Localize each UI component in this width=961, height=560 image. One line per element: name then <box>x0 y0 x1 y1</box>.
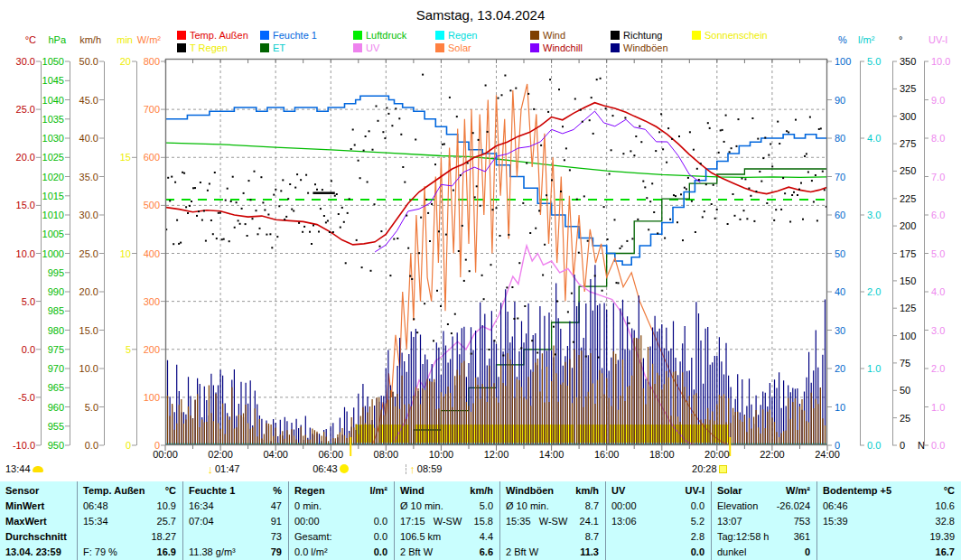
table-cell: 16:3447 <box>183 499 288 514</box>
table-cell: dunkel0 <box>712 545 816 560</box>
table-row-label: Durchschnitt <box>0 529 77 545</box>
x-axis-tick-label: 08:00 <box>366 449 406 460</box>
x-axis-tick-label: 10:00 <box>421 449 461 460</box>
table-row-label: MaxWert <box>0 514 77 529</box>
moon-icon <box>33 466 43 472</box>
dashed-tick-icon <box>406 464 407 474</box>
table-column-temp-au-en: Temp. Außen°C06:4810.915:3425.718.27F: 7… <box>77 481 182 560</box>
arrow-down-icon: ↓ <box>207 463 213 475</box>
table-column-header: Temp. Außen°C <box>78 483 182 499</box>
table-column-wind: Windkm/hØ 10 min.5.017:15 W-SW15.8106.5 … <box>394 481 499 560</box>
x-axis-tick-label: 00:00 <box>145 449 185 460</box>
table-cell: 73 <box>183 529 288 545</box>
sun-moon-marker: 06:43 <box>313 462 349 475</box>
marker-time-label: 01:47 <box>215 463 240 474</box>
table-cell: 8.7 <box>500 529 605 545</box>
table-cell: 07:0491 <box>183 514 288 529</box>
table-column-bodentemp-5: Bodentemp +5°C06:4610.615:3932.819.3916.… <box>816 481 961 560</box>
table-cell: 0 min. <box>289 499 394 514</box>
table-column-uv: UVUV-I00:000.013:065.22.80.0 <box>605 481 711 560</box>
arrow-up-icon: ↑ <box>409 463 415 475</box>
table-cell: Ø 10 min.5.0 <box>395 499 499 514</box>
sun-icon <box>340 464 349 473</box>
x-axis-tick-label: 02:00 <box>201 449 240 460</box>
sun-moon-marker: 13:44 <box>5 462 43 475</box>
x-axis-tick-label: 24:00 <box>807 449 847 460</box>
table-cell: F: 79 %16.9 <box>78 545 182 560</box>
table-cell: 00:000.0 <box>606 499 711 514</box>
x-axis-tick-label: 16:00 <box>587 449 627 460</box>
table-column-header: Windböenkm/h <box>500 483 605 499</box>
x-axis-tick-label: 04:00 <box>256 449 295 460</box>
table-column-regen: Regenl/m²0 min.00:000.0Gesamt:0.00.0 l/m… <box>288 481 394 560</box>
table-cell: 17:15 W-SW15.8 <box>395 514 499 529</box>
table-cell: 11.38 g/m³79 <box>183 545 288 560</box>
table-column-header: Regenl/m² <box>289 483 394 499</box>
x-axis-tick-label: 18:00 <box>642 449 682 460</box>
weather-chart <box>0 0 961 560</box>
table-cell: 00:000.0 <box>289 514 394 529</box>
table-cell: 06:4610.6 <box>817 499 961 514</box>
sun-moon-marker: ↓01:47 <box>207 462 239 475</box>
stats-table: SensorMinWertMaxWertDurchschnitt13.04. 2… <box>0 481 961 560</box>
table-cell: 16.7 <box>817 545 961 560</box>
table-cell: 18.27 <box>78 529 182 545</box>
table-cell: 0.0 <box>606 545 711 560</box>
table-column-feuchte-1: Feuchte 1%16:344707:04917311.38 g/m³79 <box>182 481 288 560</box>
marker-time-label: 20:28 <box>692 463 717 474</box>
table-column-header: Bodentemp +5°C <box>817 483 961 499</box>
table-cell: 15:3932.8 <box>817 514 961 529</box>
table-cell: Gesamt:0.0 <box>289 529 394 545</box>
table-row-label: MinWert <box>0 499 77 514</box>
table-cell: 2 Bft W11.3 <box>500 545 605 560</box>
sunset-icon <box>719 465 727 473</box>
x-axis-tick-label: 20:00 <box>697 449 737 460</box>
table-row-label: 13.04. 23:59 <box>0 545 77 560</box>
table-cell: Tag:12:58 h361 <box>712 529 816 545</box>
marker-time-label: 13:44 <box>5 463 31 474</box>
table-cell: Elevation-26.024 <box>712 499 816 514</box>
table-cell: 15:35 W-SW24.1 <box>500 514 605 529</box>
table-column-windb-en: Windböenkm/hØ 10 min.8.715:35 W-SW24.18.… <box>499 481 605 560</box>
table-row-labels: SensorMinWertMaxWertDurchschnitt13.04. 2… <box>0 481 77 560</box>
x-axis-tick-label: 12:00 <box>477 449 517 460</box>
table-cell: 13:07753 <box>712 514 816 529</box>
sun-moon-marker: 20:28 <box>692 462 727 475</box>
table-column-header: SolarW/m² <box>712 483 816 499</box>
table-cell: 19.39 <box>817 529 961 545</box>
sun-moon-marker: ↑08:59 <box>406 462 442 475</box>
table-column-header: UVUV-I <box>606 483 711 499</box>
marker-time-label: 06:43 <box>313 463 338 474</box>
marker-time-label: 08:59 <box>417 463 443 474</box>
x-axis-tick-label: 22:00 <box>752 449 792 460</box>
table-cell: 15:3425.7 <box>78 514 182 529</box>
table-row-label: Sensor <box>0 483 77 499</box>
x-axis-tick-label: 14:00 <box>532 449 572 460</box>
table-cell: 13:065.2 <box>606 514 711 529</box>
table-cell: 06:4810.9 <box>78 499 182 514</box>
table-cell: 2.8 <box>606 529 711 545</box>
table-cell: 2 Bft W6.6 <box>395 545 499 560</box>
table-column-header: Windkm/h <box>395 483 499 499</box>
x-axis-tick-label: 06:00 <box>311 449 350 460</box>
table-cell: 0.0 l/m²0.0 <box>289 545 394 560</box>
table-cell: 106.5 km4.4 <box>395 529 499 545</box>
table-column-header: Feuchte 1% <box>183 483 288 499</box>
table-column-solar: SolarW/m²Elevation-26.02413:07753Tag:12:… <box>711 481 816 560</box>
table-cell: Ø 10 min.8.7 <box>500 499 605 514</box>
